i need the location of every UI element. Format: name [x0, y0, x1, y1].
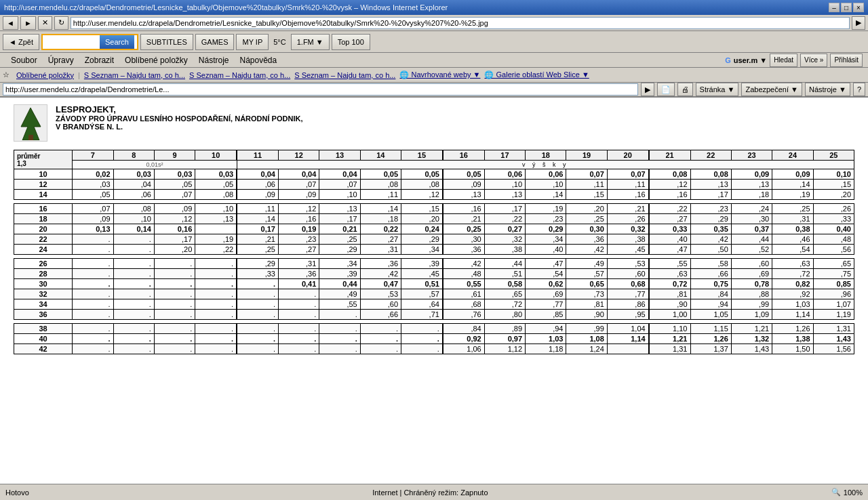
- title-bar: http://user.mendelu.cz/drapela/Dendromet…: [0, 0, 868, 15]
- cell: ,13: [319, 204, 360, 214]
- fav-seznam2[interactable]: S Seznam – Najdu tam, co h...: [189, 71, 290, 79]
- subtitles-button[interactable]: SUBTITLES: [140, 34, 193, 50]
- page-icon-btn[interactable]: 📄: [657, 83, 675, 96]
- nastroje2-button[interactable]: Nástroje ▼: [805, 83, 850, 96]
- col-header-13: 13: [319, 150, 360, 161]
- col-header-10: 10: [195, 150, 237, 161]
- cell: ,47: [526, 259, 566, 269]
- forward-button[interactable]: ►: [20, 16, 36, 30]
- stop-button[interactable]: ✕: [38, 16, 52, 30]
- header-text-block: LESPROJEKT, ZÁVODY PRO ÚPRAVU LESNÍHO HO…: [56, 104, 302, 131]
- minimize-button[interactable]: –: [829, 3, 840, 12]
- cell: ,60: [360, 299, 401, 310]
- cell: ,71: [401, 310, 443, 320]
- prihlasit-button[interactable]: Přihlásit: [830, 54, 863, 67]
- fav-seznam3[interactable]: S Seznam – Najdu tam, co h...: [294, 71, 395, 79]
- col-header-11: 11: [237, 150, 278, 161]
- hledat-button[interactable]: Hledat: [770, 54, 797, 67]
- cell: ,42: [566, 245, 607, 255]
- radio-button[interactable]: 1.FM ▼: [291, 34, 330, 50]
- address-bar-area: ◄ ► ✕ ↻ ▶: [0, 15, 868, 31]
- cell: ,85: [526, 310, 566, 320]
- fav-oblibene[interactable]: Oblíbené položky: [16, 71, 74, 79]
- cell: ,09: [278, 190, 319, 200]
- menu-soubor[interactable]: Soubor: [5, 54, 43, 66]
- cell: ,31: [278, 259, 319, 269]
- cell: 1,10: [649, 324, 690, 334]
- cell: ,99: [566, 324, 607, 334]
- table-row: 30 . . . . . 0,41 0,44 0,47 0,51 0,55 0,…: [14, 279, 854, 289]
- menu-oblibene[interactable]: Oblíbené položky: [119, 54, 193, 66]
- cell: ,44: [731, 234, 772, 245]
- cell: ,22: [484, 214, 525, 224]
- cell: ,36: [566, 234, 607, 245]
- cell: 1,37: [690, 344, 731, 354]
- cell: ,19: [772, 190, 813, 200]
- row-label: 30: [14, 279, 73, 289]
- vice-button[interactable]: Více »: [800, 54, 827, 67]
- cell: ,13: [690, 180, 731, 190]
- menu-zobrazit[interactable]: Zobrazit: [79, 54, 119, 66]
- fav-navrzene[interactable]: 🌐 Navrhované weby ▼: [399, 70, 480, 79]
- zabezpeceni-button[interactable]: Zabezpečení ▼: [741, 83, 802, 96]
- menu-napoveda[interactable]: Nápověda: [235, 54, 283, 66]
- cell: .: [319, 324, 360, 334]
- toolbar-back[interactable]: ◄ Zpět: [3, 34, 39, 50]
- go-button[interactable]: ▶: [852, 16, 865, 30]
- page-url-input[interactable]: [3, 83, 638, 96]
- table-row: 38 . . . . . . . . . ,84 ,89 ,94 ,99 1,0…: [14, 324, 854, 334]
- cell: ,04: [113, 180, 154, 190]
- cell: .: [154, 299, 195, 310]
- cell: ,20: [813, 190, 854, 200]
- cell: ,55: [649, 259, 690, 269]
- cell: ,25: [319, 234, 360, 245]
- cell: ,84: [443, 324, 484, 334]
- row-label: 16: [14, 204, 73, 214]
- maximize-button[interactable]: □: [841, 3, 852, 12]
- menu-bar: Soubor Úpravy Zobrazit Oblíbené položky …: [0, 53, 868, 68]
- search-input[interactable]: [45, 38, 100, 46]
- cell: .: [113, 344, 154, 354]
- row-label: 34: [14, 299, 73, 310]
- row-label: 14: [14, 190, 73, 200]
- games-button[interactable]: GAMES: [195, 34, 235, 50]
- page-print-btn[interactable]: 🖨: [677, 83, 693, 96]
- search-button[interactable]: Search: [100, 35, 134, 49]
- cell: ,17: [154, 234, 195, 245]
- menu-upravy[interactable]: Úpravy: [43, 54, 79, 66]
- cell: ,34: [319, 259, 360, 269]
- cell: ,12: [401, 190, 443, 200]
- stranka-button[interactable]: Stránka ▼: [696, 83, 739, 96]
- refresh-button[interactable]: ↻: [54, 16, 68, 30]
- cell: ,81: [649, 289, 690, 299]
- cell: ,42: [360, 269, 401, 279]
- close-button[interactable]: ×: [853, 3, 864, 12]
- cell: ,80: [484, 310, 525, 320]
- myip-button[interactable]: MY IP: [236, 34, 269, 50]
- help-button[interactable]: ?: [853, 83, 865, 96]
- search-box: Search: [41, 34, 138, 50]
- fav-galerie[interactable]: 🌐 Galerie oblastí Web Slice ▼: [484, 70, 589, 79]
- cell: .: [195, 259, 237, 269]
- cell: .: [360, 334, 401, 344]
- cell: .: [73, 310, 113, 320]
- top100-button[interactable]: Top 100: [332, 34, 370, 50]
- page-nav-btn[interactable]: ▶: [641, 83, 654, 96]
- cell: 0,13: [73, 224, 113, 234]
- fav-seznam1[interactable]: S Seznam – Najdu tam, co h...: [84, 71, 185, 79]
- row-label: 20: [14, 224, 73, 234]
- cell: 0,04: [237, 169, 278, 180]
- back-button[interactable]: ◄: [3, 16, 18, 30]
- cell: .: [154, 279, 195, 289]
- address-input[interactable]: [71, 17, 850, 29]
- col-header-8: 8: [113, 150, 154, 161]
- cell: ,88: [731, 289, 772, 299]
- cell: ,36: [443, 245, 484, 255]
- menu-nastroje[interactable]: Nástroje: [193, 54, 235, 66]
- cell: ,12: [154, 214, 195, 224]
- cell: ,42: [443, 259, 484, 269]
- cell: ,16: [278, 214, 319, 224]
- cell: ,10: [113, 214, 154, 224]
- cell: ,10: [319, 190, 360, 200]
- cell: ,22: [195, 245, 237, 255]
